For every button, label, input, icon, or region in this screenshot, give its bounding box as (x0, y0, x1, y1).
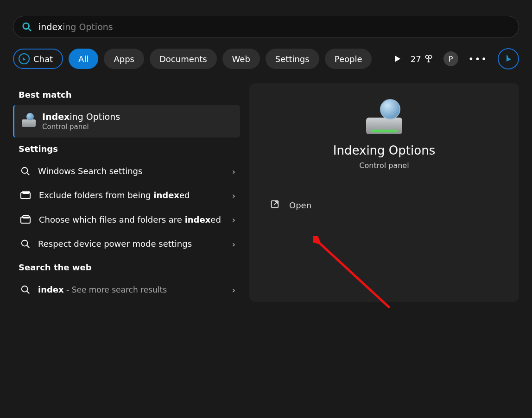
search-input[interactable]: indexing Options (38, 22, 113, 32)
open-label: Open (289, 200, 311, 210)
search-icon (22, 22, 32, 32)
play-icon[interactable] (395, 56, 400, 62)
svg-point-13 (22, 286, 28, 292)
rewards-score[interactable]: 27 (411, 54, 433, 64)
svg-line-6 (27, 173, 30, 175)
settings-item-exclude-folders[interactable]: Exclude folders from being indexed › (13, 183, 240, 207)
filter-row: Chat All Apps Documents Web Settings Peo… (13, 48, 519, 69)
search-icon (20, 285, 31, 295)
svg-point-5 (22, 168, 28, 174)
chevron-right-icon: › (232, 285, 235, 295)
web-heading: Search the web (19, 262, 240, 272)
best-match-title: Indexing Options (42, 112, 120, 122)
best-match-subtitle: Control panel (42, 123, 120, 131)
svg-line-14 (27, 291, 30, 294)
chevron-right-icon: › (232, 239, 235, 249)
svg-point-4 (429, 56, 432, 59)
best-match-heading: Best match (19, 90, 240, 100)
search-typed: index (38, 22, 63, 32)
chevron-right-icon: › (232, 191, 235, 200)
detail-subtitle: Control panel (264, 161, 504, 170)
divider (264, 184, 504, 184)
filter-apps[interactable]: Apps (104, 49, 144, 69)
settings-item-power-mode[interactable]: Respect device power mode settings › (13, 232, 240, 256)
more-icon[interactable]: ••• (469, 53, 488, 64)
folder-icon (20, 191, 32, 200)
bing-icon[interactable] (498, 48, 519, 69)
web-search-item[interactable]: index - See more search results › (13, 278, 240, 302)
chevron-right-icon: › (232, 215, 235, 225)
detail-pane: Indexing Options Control panel Open (249, 83, 519, 302)
settings-heading: Settings (19, 144, 240, 154)
filter-people[interactable]: People (325, 49, 372, 69)
user-avatar[interactable]: P (443, 51, 458, 66)
settings-item-choose-files[interactable]: Choose which files and folders are index… (13, 208, 240, 232)
svg-point-11 (22, 240, 28, 246)
filter-all[interactable]: All (69, 49, 98, 69)
svg-line-1 (28, 28, 31, 31)
filter-settings[interactable]: Settings (266, 49, 319, 69)
search-completion: ing Options (63, 22, 113, 32)
search-bar[interactable]: indexing Options (13, 16, 519, 38)
chevron-right-icon: › (232, 167, 235, 176)
search-icon (20, 166, 31, 176)
detail-title: Indexing Options (264, 143, 504, 157)
settings-item-search-settings[interactable]: Windows Search settings › (13, 159, 240, 183)
svg-line-12 (27, 245, 30, 248)
folder-icon (20, 215, 32, 225)
filter-chat[interactable]: Chat (13, 49, 63, 69)
results-column: Best match Indexing Options Control pane… (13, 83, 240, 302)
open-action[interactable]: Open (264, 195, 504, 215)
filter-web[interactable]: Web (222, 49, 260, 69)
indexing-options-icon (363, 102, 405, 135)
search-icon (20, 239, 31, 249)
control-panel-icon (22, 116, 36, 127)
open-icon (270, 199, 280, 211)
best-match-item[interactable]: Indexing Options Control panel (13, 105, 240, 137)
svg-point-3 (425, 56, 429, 59)
filter-documents[interactable]: Documents (150, 49, 217, 69)
